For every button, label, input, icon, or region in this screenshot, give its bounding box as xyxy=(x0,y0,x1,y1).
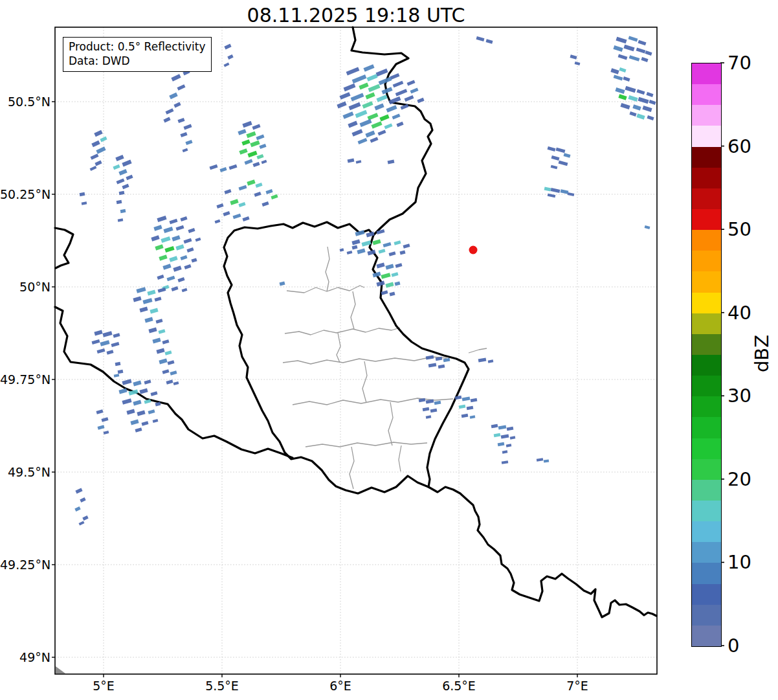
radar-echo-dash xyxy=(344,84,356,91)
colorbar-segment xyxy=(692,542,721,563)
colorbar-tick-label: 60 xyxy=(728,135,751,157)
radar-echo-dash xyxy=(498,425,507,429)
radar-echo-dash xyxy=(122,398,131,404)
border-france-belgium xyxy=(55,307,293,458)
radar-echo-dash xyxy=(570,54,577,59)
colorbar-segment xyxy=(692,188,721,209)
radar-echo-dash xyxy=(117,200,122,204)
radar-echo-dash xyxy=(168,360,175,365)
radar-echo-dash xyxy=(259,144,266,149)
radar-echo-dash xyxy=(161,236,170,243)
colorbar-segment xyxy=(692,438,721,459)
colorbar-segment xyxy=(692,313,721,334)
radar-echo-dash xyxy=(111,342,120,347)
radar-echo-dash xyxy=(170,219,178,224)
radar-echo-dash xyxy=(156,319,163,323)
radar-echo-dash xyxy=(649,100,656,105)
admin-border xyxy=(285,328,400,335)
radar-echo-dash xyxy=(144,317,153,323)
radar-echo-dash xyxy=(618,54,628,60)
radar-echo-dash xyxy=(428,363,437,367)
colorbar-segment xyxy=(692,105,721,126)
radar-echo-dash xyxy=(355,110,368,118)
radar-echo-dash xyxy=(185,140,192,145)
radar-echo-dash xyxy=(182,288,188,292)
lon-tick-label: 6.5°E xyxy=(442,679,476,693)
radar-map xyxy=(0,0,778,700)
admin-border xyxy=(362,361,367,403)
radar-echo-dash xyxy=(544,459,549,462)
colorbar-segment xyxy=(692,251,721,271)
radar-echo-dash xyxy=(426,415,432,418)
radar-echo-dash xyxy=(157,275,164,280)
admin-border xyxy=(388,402,393,446)
radar-echo-dash xyxy=(494,433,501,438)
radar-echo-dash xyxy=(371,121,382,129)
radar-echo-dash xyxy=(548,146,556,152)
colorbar-tick-label: 20 xyxy=(728,468,751,490)
radar-echo-dash xyxy=(638,97,649,104)
colorbar-segment xyxy=(692,230,721,251)
radar-echo-dash xyxy=(133,400,141,406)
radar-echo-dash xyxy=(80,497,85,502)
radar-echo-dash xyxy=(96,146,106,153)
radar-echo-dash xyxy=(113,164,120,170)
radar-echo-dash xyxy=(459,405,466,409)
border-france-germany xyxy=(428,487,656,617)
radar-echo-dash xyxy=(169,93,177,100)
radar-echo-dash xyxy=(191,258,197,262)
radar-echo-dash xyxy=(252,124,261,130)
radar-site-marker xyxy=(469,246,478,254)
radar-echo-dash xyxy=(506,444,512,447)
radar-echo-dash xyxy=(376,69,388,76)
radar-echo-dash xyxy=(79,521,85,525)
colorbar-segment xyxy=(692,63,721,84)
radar-echo-dash xyxy=(405,95,414,102)
radar-echo-dash xyxy=(188,228,195,233)
radar-echo-dash xyxy=(360,119,372,127)
radar-echo-dash xyxy=(351,240,360,245)
radar-echo-dash xyxy=(491,424,498,429)
radar-echo-dash xyxy=(471,398,478,403)
radar-echo-dash xyxy=(561,189,569,194)
radar-echo-dash xyxy=(157,216,166,222)
colorbar-segment xyxy=(692,168,721,188)
colorbar-segment xyxy=(692,355,721,376)
lon-tick-label: 6°E xyxy=(329,679,351,693)
radar-echo-dash xyxy=(158,288,166,293)
radar-echo-dash xyxy=(551,155,560,161)
lat-tick-label: 50.5°N xyxy=(0,95,50,109)
radar-echo-dash xyxy=(122,379,131,385)
radar-echo-dash xyxy=(184,124,192,130)
radar-echo-dash xyxy=(376,263,384,269)
radar-echo-dash xyxy=(370,137,379,142)
radar-echo-dash xyxy=(625,86,636,93)
colorbar-segment xyxy=(692,84,721,105)
colorbar-unit-label: dBZ xyxy=(751,335,773,372)
radar-echo-dash xyxy=(151,235,159,241)
radar-echo-dash xyxy=(417,98,424,103)
colorbar xyxy=(691,63,722,647)
radar-echo-dash xyxy=(82,515,88,521)
radar-echo-dash xyxy=(394,282,400,286)
radar-echo-dash xyxy=(647,115,654,120)
radar-echo-dash xyxy=(613,45,623,52)
radar-echo-dash xyxy=(357,249,365,254)
radar-echo-dash xyxy=(100,137,107,142)
radar-echo-dash xyxy=(619,67,626,73)
admin-border xyxy=(306,442,427,447)
radar-echo-dash xyxy=(151,391,158,396)
radar-echo-dash xyxy=(224,189,231,194)
radar-echo-dash xyxy=(384,123,393,129)
radar-echo-dash xyxy=(91,141,100,148)
radar-echo-dash xyxy=(559,161,568,166)
radar-echo-dash xyxy=(115,362,121,366)
radar-echo-dash xyxy=(393,81,404,88)
radar-echo-dash xyxy=(610,68,619,74)
radar-echo-dash xyxy=(261,160,267,164)
radar-echo-dash xyxy=(180,216,187,221)
radar-echo-dash xyxy=(167,276,175,281)
radar-echo-dash xyxy=(102,417,109,422)
radar-echo-dash xyxy=(502,450,508,453)
radar-echo-dash xyxy=(252,162,260,167)
